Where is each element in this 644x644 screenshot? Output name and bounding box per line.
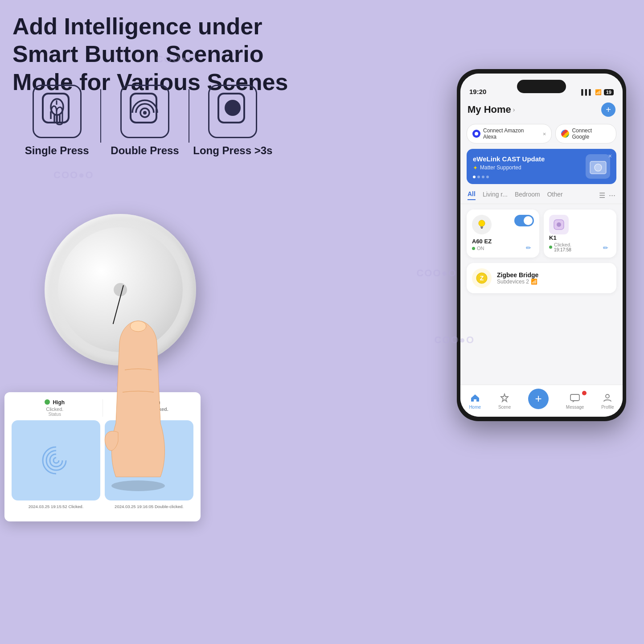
mini-date-2: 2024.03.25 19:16:05 Double-clicked. [105, 504, 193, 509]
banner-dots [473, 176, 581, 178]
page-title: Add Intelligence under Smart Button Scen… [12, 12, 289, 96]
zigbee-sub: Subdevices 2 📶 [497, 279, 538, 285]
k1-status-text: Clicked. [554, 242, 571, 247]
svg-marker-23 [501, 394, 508, 402]
toggle-knob [524, 216, 533, 225]
watermark-3: COO●O [416, 267, 457, 279]
phone-mockup: 19:20 ▌▌▌ 📶 19 My Home › + Connec [457, 69, 626, 421]
signal-icon: ▌▌▌ [581, 89, 593, 95]
zigbee-icon: Z [472, 268, 492, 288]
google-icon [561, 130, 569, 138]
tab-other[interactable]: Other [547, 191, 563, 200]
status-dot [472, 247, 475, 250]
bulb-icon-area [472, 215, 492, 234]
scene-nav-label: Scene [498, 405, 511, 410]
k1-status-dot [549, 246, 552, 249]
phone-content: My Home › + Connect Amazon Alexa × Conne… [460, 98, 623, 417]
device-card-a60ez[interactable]: A60 EZ ON ✏ [467, 209, 539, 258]
nav-message[interactable]: Message [566, 393, 584, 410]
banner-close-button[interactable]: × [608, 152, 612, 160]
alexa-label: Connect Amazon Alexa [483, 127, 538, 140]
status-time: 19:20 [469, 88, 486, 95]
single-press-icon-box [33, 85, 82, 138]
k1-status: Clicked. 19:17:58 [549, 242, 611, 252]
svg-point-9 [143, 111, 147, 115]
message-nav-label: Message [566, 405, 584, 410]
a60ez-edit-icon[interactable]: ✏ [526, 244, 535, 253]
k1-edit-icon[interactable]: ✏ [603, 244, 612, 253]
scene-icon [499, 393, 510, 403]
double-press-icon-box [120, 85, 169, 138]
k1-time: 19:17:58 [554, 247, 571, 252]
message-icon [570, 393, 580, 403]
banner-text: eWeLink CAST Update ✦ Matter Supported [473, 155, 581, 178]
zigbee-svg-icon: Z [476, 272, 488, 284]
mini-date-1: 2024.03.25 19:15:52 Clicked. [12, 504, 100, 509]
svg-point-12 [130, 321, 146, 332]
a60ez-toggle[interactable] [514, 215, 534, 226]
list-icon[interactable]: ☰ [599, 191, 605, 200]
zigbee-card[interactable]: Z Zigbee Bridge Subdevices 2 📶 [467, 263, 616, 293]
svg-point-15 [595, 164, 602, 171]
a60ez-status: ON [472, 246, 534, 251]
single-press-label: Single Press [25, 144, 89, 157]
mini-status-dot-1 [45, 399, 50, 405]
svg-text:Z: Z [480, 275, 484, 282]
nav-add[interactable]: + [528, 389, 549, 414]
profile-nav-label: Profile [601, 405, 614, 410]
double-press-item: Double Press [101, 85, 188, 157]
app-title: My Home [468, 104, 511, 115]
add-button[interactable]: + [528, 389, 549, 409]
banner-dot-1 [473, 176, 476, 178]
finger-illustration [58, 308, 218, 499]
tab-all[interactable]: All [468, 190, 476, 200]
message-badge [582, 391, 587, 395]
k1-name: K1 [549, 234, 611, 241]
nav-home[interactable]: Home [469, 393, 481, 410]
wifi-icon: 📶 [595, 89, 602, 95]
svg-rect-17 [480, 226, 483, 228]
double-press-icon [127, 91, 163, 131]
connect-google-button[interactable]: Connect Google [555, 124, 616, 144]
k1-icon [552, 218, 566, 231]
double-press-label: Double Press [111, 144, 179, 157]
dynamic-island [517, 80, 566, 93]
ewelink-banner[interactable]: eWeLink CAST Update ✦ Matter Supported [467, 149, 616, 184]
nav-scene[interactable]: Scene [498, 393, 511, 410]
svg-point-25 [606, 394, 609, 398]
press-types-row: Single Press Double Press Long Press >3s [13, 85, 276, 157]
banner-dot-4 [486, 176, 489, 178]
connect-bar: Connect Amazon Alexa × Connect Google [460, 121, 623, 146]
bottom-nav: Home Scene + [460, 385, 623, 417]
banner-dot-2 [477, 176, 480, 178]
header-title-area: My Home › [468, 104, 515, 115]
profile-icon [602, 393, 613, 403]
watermark-2: COO●O [53, 169, 94, 181]
svg-point-11 [225, 100, 241, 116]
long-press-label: Long Press >3s [193, 144, 272, 157]
star-icon: ✦ [473, 164, 478, 171]
device-card-k1[interactable]: K1 Clicked. 19:17:58 ✏ [544, 209, 616, 258]
svg-rect-18 [481, 228, 483, 229]
more-icon[interactable]: ··· [609, 191, 615, 200]
add-home-button[interactable]: + [601, 103, 615, 117]
banner-subtitle: ✦ Matter Supported [473, 164, 581, 171]
app-header: My Home › + [460, 98, 623, 121]
connect-alexa-button[interactable]: Connect Amazon Alexa × [467, 124, 552, 144]
device-grid: A60 EZ ON ✏ K1 [460, 204, 623, 263]
single-press-item: Single Press [13, 85, 100, 157]
banner-image [586, 154, 610, 179]
battery-icon: 19 [604, 89, 614, 95]
bulb-icon [476, 218, 488, 231]
tab-bedroom[interactable]: Bedroom [515, 191, 540, 200]
banner-dot-3 [482, 176, 484, 178]
chevron-icon: › [513, 106, 515, 113]
tab-living[interactable]: Living r... [483, 191, 508, 200]
banner-subtitle-text: Matter Supported [480, 164, 521, 171]
nav-profile[interactable]: Profile [601, 393, 614, 410]
zigbee-name: Zigbee Bridge [497, 271, 538, 279]
banner-title: eWeLink CAST Update [473, 155, 581, 163]
alexa-close-button[interactable]: × [543, 131, 546, 137]
long-press-item: Long Press >3s [189, 85, 276, 157]
long-press-icon-box [208, 85, 257, 138]
